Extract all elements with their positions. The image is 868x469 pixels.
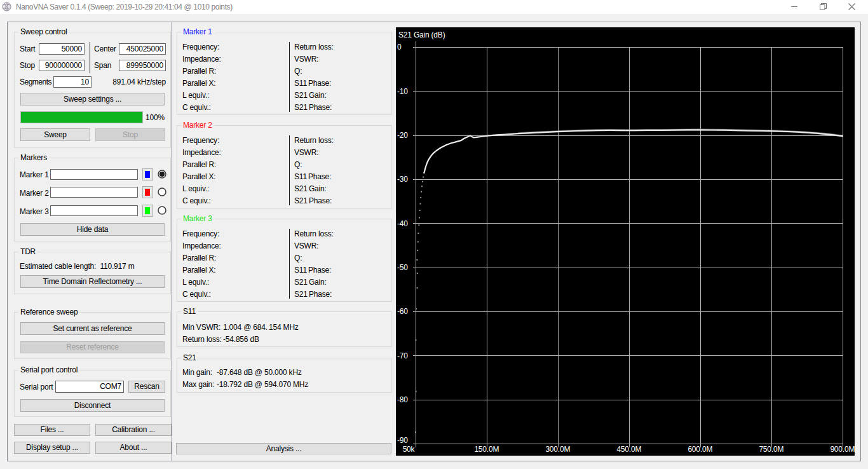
svg-text:50k: 50k bbox=[403, 445, 416, 454]
svg-text:150.0M: 150.0M bbox=[474, 445, 499, 454]
svg-text:-60: -60 bbox=[397, 307, 408, 316]
svg-text:-30: -30 bbox=[397, 175, 408, 184]
svg-text:300.0M: 300.0M bbox=[545, 445, 570, 454]
svg-text:-10: -10 bbox=[397, 87, 408, 96]
svg-text:-80: -80 bbox=[397, 395, 408, 404]
svg-text:S21 Gain (dB): S21 Gain (dB) bbox=[398, 31, 445, 39]
svg-text:-70: -70 bbox=[397, 351, 408, 360]
svg-text:-50: -50 bbox=[397, 263, 408, 272]
svg-text:600.0M: 600.0M bbox=[688, 445, 712, 454]
svg-text:-20: -20 bbox=[397, 131, 408, 140]
svg-text:0: 0 bbox=[397, 43, 402, 51]
svg-text:-90: -90 bbox=[397, 436, 408, 445]
svg-text:750.0M: 750.0M bbox=[759, 445, 783, 454]
svg-text:-40: -40 bbox=[397, 219, 408, 228]
svg-text:450.0M: 450.0M bbox=[616, 445, 641, 454]
svg-text:900.0M: 900.0M bbox=[830, 445, 855, 454]
